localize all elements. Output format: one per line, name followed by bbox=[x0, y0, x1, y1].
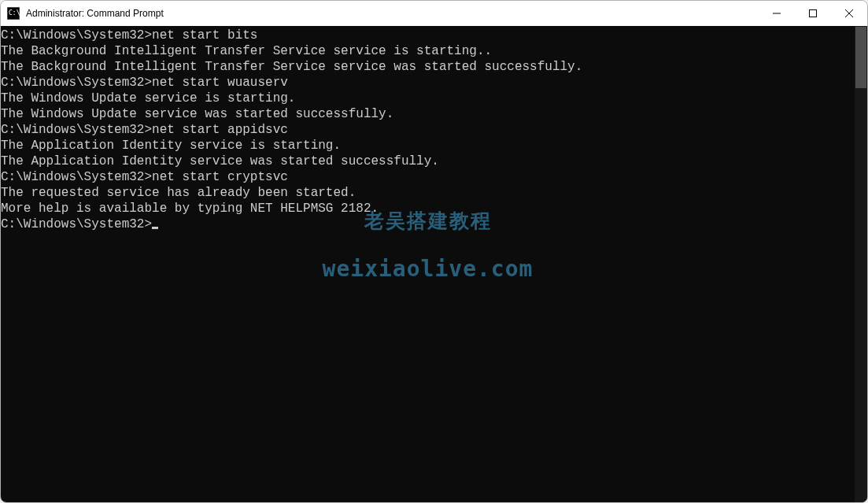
close-button[interactable] bbox=[831, 1, 867, 26]
watermark-line2: weixiaolive.com bbox=[323, 261, 534, 277]
output-line: The Application Identity service is star… bbox=[1, 138, 855, 153]
cursor bbox=[152, 227, 158, 229]
current-prompt-line[interactable]: C:\Windows\System32> bbox=[1, 216, 855, 232]
titlebar[interactable]: C:\ Administrator: Command Prompt bbox=[1, 1, 867, 26]
vertical-scrollbar[interactable] bbox=[855, 26, 867, 502]
maximize-button[interactable] bbox=[795, 1, 831, 26]
output-line: The requested service has already been s… bbox=[1, 185, 855, 201]
terminal-output[interactable]: C:\Windows\System32>net start bitsThe Ba… bbox=[1, 26, 855, 502]
prompt-line: C:\Windows\System32>net start wuauserv bbox=[1, 75, 855, 91]
output-line: The Windows Update service was started s… bbox=[1, 106, 855, 122]
terminal-area: C:\Windows\System32>net start bitsThe Ba… bbox=[1, 26, 867, 502]
scrollbar-thumb[interactable] bbox=[855, 27, 866, 88]
prompt-line: C:\Windows\System32>net start cryptsvc bbox=[1, 169, 855, 185]
svg-line-5 bbox=[845, 9, 853, 17]
output-line: More help is available by typing NET HEL… bbox=[1, 201, 855, 216]
prompt-line: C:\Windows\System32>net start appidsvc bbox=[1, 122, 855, 138]
minimize-button[interactable] bbox=[759, 1, 795, 26]
window-title: Administrator: Command Prompt bbox=[26, 8, 759, 19]
output-line: The Windows Update service is starting. bbox=[1, 91, 855, 106]
window-frame: C:\ Administrator: Command Prompt C:\Win… bbox=[0, 0, 868, 503]
cmd-icon: C:\ bbox=[7, 7, 20, 20]
window-controls bbox=[759, 1, 867, 26]
svg-rect-3 bbox=[810, 10, 817, 17]
svg-line-4 bbox=[845, 9, 853, 17]
svg-text:C:\: C:\ bbox=[9, 9, 20, 17]
output-line: The Background Intelligent Transfer Serv… bbox=[1, 59, 855, 75]
output-line: The Background Intelligent Transfer Serv… bbox=[1, 43, 855, 59]
prompt-line: C:\Windows\System32>net start bits bbox=[1, 28, 855, 43]
output-line: The Application Identity service was sta… bbox=[1, 153, 855, 169]
